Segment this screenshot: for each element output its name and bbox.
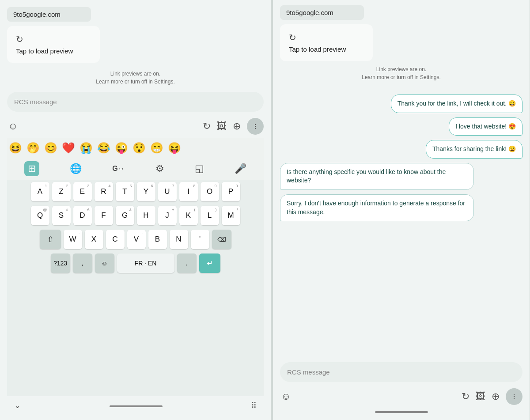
voice-button-right[interactable]: ⫶ <box>506 388 522 405</box>
link-preview-card-right[interactable]: ↻ Tap to load preview <box>280 24 373 61</box>
key-J[interactable]: J+ <box>158 206 177 225</box>
emoji-4[interactable]: ❤️ <box>62 142 75 154</box>
message-input-left[interactable]: RCS message <box>7 92 264 112</box>
tap-to-load-right: Tap to load preview <box>289 45 346 53</box>
message-5: Sorry, I don't have enough information t… <box>280 194 474 221</box>
key-period[interactable]: . <box>177 254 197 273</box>
key-R[interactable]: R4 <box>95 182 113 201</box>
key-F[interactable]: F- <box>95 206 113 225</box>
input-toolbar-left: ☺ ↻ 🖼 ⊕ ⫶ <box>7 116 264 138</box>
apps-icon-left[interactable]: ⊞ <box>24 161 39 176</box>
key-row-2: Q@ S# D€ F- G& H J+ K( L) M/ <box>7 204 264 227</box>
key-M[interactable]: M/ <box>222 206 240 225</box>
link-notice-left: Link previews are on.Learn more or turn … <box>96 70 175 86</box>
reload-icon-right: ↻ <box>289 32 296 43</box>
message-4: Is there anything specific you would lik… <box>280 163 474 190</box>
key-G[interactable]: G& <box>116 206 134 225</box>
refresh-toolbar-icon-left[interactable]: ↻ <box>203 121 211 132</box>
key-shift[interactable]: ⇧ <box>40 230 61 249</box>
message-input-right[interactable]: RCS message <box>280 362 522 382</box>
left-phone-panel: 9to5google.com ↻ Tap to load preview Lin… <box>0 0 271 420</box>
emoji-row-left: 😆 🤭 😊 ❤️ 😭 😂 😜 😯 😁 😝 <box>7 138 264 158</box>
key-comma[interactable]: , <box>73 254 92 273</box>
add-toolbar-icon-right[interactable]: ⊕ <box>492 391 500 402</box>
key-Z[interactable]: Z2 <box>52 182 71 201</box>
right-phone-panel: 9to5google.com ↻ Tap to load preview Lin… <box>273 0 530 420</box>
key-Y[interactable]: Y6 <box>137 182 155 201</box>
key-symbols[interactable]: ?123 <box>51 254 70 273</box>
message-2: I love that website! 😍 <box>449 117 522 136</box>
keyboard-toolbar-left: ⊞ 🌐 G↔ ⚙ ◱ 🎤 <box>7 158 264 180</box>
voice-icon-right: ⫶ <box>512 392 516 401</box>
key-row-1: A1 Z2 E3 R4 T5 Y6 U7 I8 O9 P0 <box>7 180 264 204</box>
grid-icon-left[interactable]: ⠿ <box>251 401 257 410</box>
key-W[interactable]: W· <box>64 230 82 249</box>
right-input-section: RCS message ☺ ↻ 🖼 ⊕ ⫶ <box>273 359 530 420</box>
url-bar-left[interactable]: 9to5google.com <box>7 7 91 22</box>
key-A[interactable]: A1 <box>31 182 49 201</box>
voice-button-left[interactable]: ⫶ <box>247 118 264 135</box>
key-B[interactable]: B <box>148 230 167 249</box>
key-E[interactable]: E3 <box>73 182 92 201</box>
key-P[interactable]: P0 <box>222 182 240 201</box>
bottom-bar-left <box>110 405 163 407</box>
globe-icon-left[interactable]: 🌐 <box>70 163 82 174</box>
emoji-8[interactable]: 😯 <box>132 142 146 154</box>
emoji-9[interactable]: 😁 <box>150 142 163 154</box>
emoji-6[interactable]: 😂 <box>97 142 110 154</box>
emoji-2[interactable]: 🤭 <box>26 142 40 154</box>
key-K[interactable]: K( <box>179 206 198 225</box>
emoji-1[interactable]: 😆 <box>9 142 22 154</box>
key-C[interactable]: C <box>106 230 125 249</box>
input-toolbar-right: ☺ ↻ 🖼 ⊕ ⫶ <box>280 386 522 409</box>
key-U[interactable]: U7 <box>158 182 177 201</box>
key-H[interactable]: H <box>137 206 155 225</box>
settings-icon-left[interactable]: ⚙ <box>155 163 164 174</box>
key-T[interactable]: T5 <box>116 182 134 201</box>
key-S[interactable]: S# <box>52 206 71 225</box>
key-N[interactable]: N <box>170 230 188 249</box>
right-panel-header: 9to5google.com ↻ Tap to load preview Lin… <box>273 0 530 87</box>
theme-icon-left[interactable]: ◱ <box>195 163 204 174</box>
translate-icon-left[interactable]: G↔ <box>112 165 125 173</box>
mic-icon-left[interactable]: 🎤 <box>235 163 246 174</box>
bottom-nav-left: ⌄ ⠿ <box>7 396 264 413</box>
tap-to-load-left: Tap to load preview <box>16 47 73 55</box>
emoji-10[interactable]: 😝 <box>168 142 181 154</box>
emoji-toolbar-icon-left[interactable]: ☺ <box>8 121 18 132</box>
key-apostrophe[interactable]: ' <box>191 230 209 249</box>
add-toolbar-icon-left[interactable]: ⊕ <box>233 121 241 132</box>
keyboard-left: A1 Z2 E3 R4 T5 Y6 U7 I8 O9 P0 Q@ S# D€ F… <box>7 180 264 396</box>
message-3: Thanks for sharing the link! 😀 <box>426 140 522 159</box>
gallery-toolbar-icon-left[interactable]: 🖼 <box>217 121 227 132</box>
reload-icon-left: ↻ <box>16 34 23 45</box>
link-preview-card-left[interactable]: ↻ Tap to load preview <box>7 26 100 63</box>
key-D[interactable]: D€ <box>73 206 92 225</box>
key-enter[interactable]: ↵ <box>199 254 220 273</box>
chat-messages: Thank you for the link, I will check it … <box>273 87 530 359</box>
key-O[interactable]: O9 <box>201 182 219 201</box>
emoji-5[interactable]: 😭 <box>80 142 93 154</box>
emoji-7[interactable]: 😜 <box>115 142 128 154</box>
key-I[interactable]: I8 <box>179 182 198 201</box>
key-V[interactable]: V· <box>127 230 146 249</box>
key-delete[interactable]: ⌫ <box>212 230 231 249</box>
emoji-3[interactable]: 😊 <box>44 142 57 154</box>
gallery-toolbar-icon-right[interactable]: 🖼 <box>476 391 485 402</box>
key-space[interactable]: FR · EN <box>117 254 174 273</box>
bottom-bar-right <box>375 411 428 413</box>
refresh-toolbar-icon-right[interactable]: ↻ <box>462 391 469 402</box>
key-row-4: ?123 , ☺ FR · EN . ↵ <box>7 251 264 275</box>
url-bar-right[interactable]: 9to5google.com <box>280 5 364 20</box>
key-Q[interactable]: Q@ <box>31 206 49 225</box>
emoji-toolbar-icon-right[interactable]: ☺ <box>281 391 291 402</box>
key-L[interactable]: L) <box>201 206 219 225</box>
message-1: Thank you for the link, I will check it … <box>391 95 522 113</box>
chevron-down-icon-left[interactable]: ⌄ <box>14 401 21 410</box>
link-notice-right: Link previews are on.Learn more or turn … <box>280 65 522 81</box>
key-row-3: ⇧ W· X C V· B N ' ⌫ <box>7 227 264 251</box>
key-X[interactable]: X <box>85 230 103 249</box>
voice-icon-left: ⫶ <box>254 122 257 131</box>
key-emoji-bottom[interactable]: ☺ <box>95 254 114 273</box>
